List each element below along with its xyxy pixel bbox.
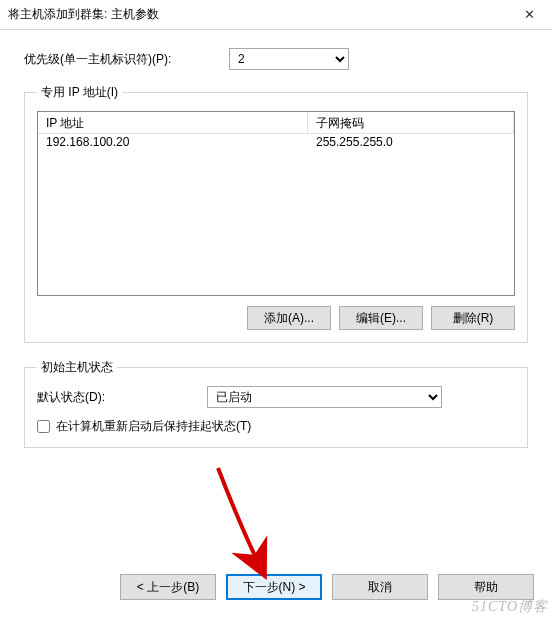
ip-listview[interactable]: IP 地址 子网掩码 192.168.100.20255.255.255.0: [37, 111, 515, 296]
wizard-footer: < 上一步(B) 下一步(N) > 取消 帮助: [0, 558, 552, 620]
back-button[interactable]: < 上一步(B): [120, 574, 216, 600]
state-group-legend: 初始主机状态: [37, 359, 117, 376]
add-button[interactable]: 添加(A)...: [247, 306, 331, 330]
default-state-label: 默认状态(D):: [37, 389, 207, 406]
remove-button[interactable]: 删除(R): [431, 306, 515, 330]
cell-ip: 192.168.100.20: [38, 134, 308, 152]
ip-group-legend: 专用 IP 地址(I): [37, 84, 122, 101]
listview-body: 192.168.100.20255.255.255.0: [38, 134, 514, 295]
titlebar: 将主机添加到群集: 主机参数 ✕: [0, 0, 552, 30]
cell-mask: 255.255.255.0: [308, 134, 514, 152]
priority-label: 优先级(单一主机标识符)(P):: [24, 51, 229, 68]
retain-suspend-label[interactable]: 在计算机重新启动后保持挂起状态(T): [56, 418, 251, 435]
retain-suspend-row: 在计算机重新启动后保持挂起状态(T): [37, 418, 515, 435]
ip-address-group: 专用 IP 地址(I) IP 地址 子网掩码 192.168.100.20255…: [24, 84, 528, 343]
initial-state-group: 初始主机状态 默认状态(D): 已启动已停止已挂起 在计算机重新启动后保持挂起状…: [24, 359, 528, 448]
retain-suspend-checkbox[interactable]: [37, 420, 50, 433]
close-icon: ✕: [524, 7, 535, 22]
window-title: 将主机添加到群集: 主机参数: [8, 6, 159, 23]
column-header-mask[interactable]: 子网掩码: [308, 112, 514, 133]
priority-row: 优先级(单一主机标识符)(P): 12345678: [24, 48, 528, 70]
default-state-row: 默认状态(D): 已启动已停止已挂起: [37, 386, 515, 408]
ip-button-row: 添加(A)... 编辑(E)... 删除(R): [37, 306, 515, 330]
table-row[interactable]: 192.168.100.20255.255.255.0: [38, 134, 514, 152]
listview-header: IP 地址 子网掩码: [38, 112, 514, 134]
cancel-button[interactable]: 取消: [332, 574, 428, 600]
close-button[interactable]: ✕: [507, 0, 552, 30]
column-header-ip[interactable]: IP 地址: [38, 112, 308, 133]
next-button[interactable]: 下一步(N) >: [226, 574, 322, 600]
help-button[interactable]: 帮助: [438, 574, 534, 600]
dialog-content: 优先级(单一主机标识符)(P): 12345678 专用 IP 地址(I) IP…: [0, 30, 552, 476]
priority-select[interactable]: 12345678: [229, 48, 349, 70]
edit-button[interactable]: 编辑(E)...: [339, 306, 423, 330]
default-state-select[interactable]: 已启动已停止已挂起: [207, 386, 442, 408]
